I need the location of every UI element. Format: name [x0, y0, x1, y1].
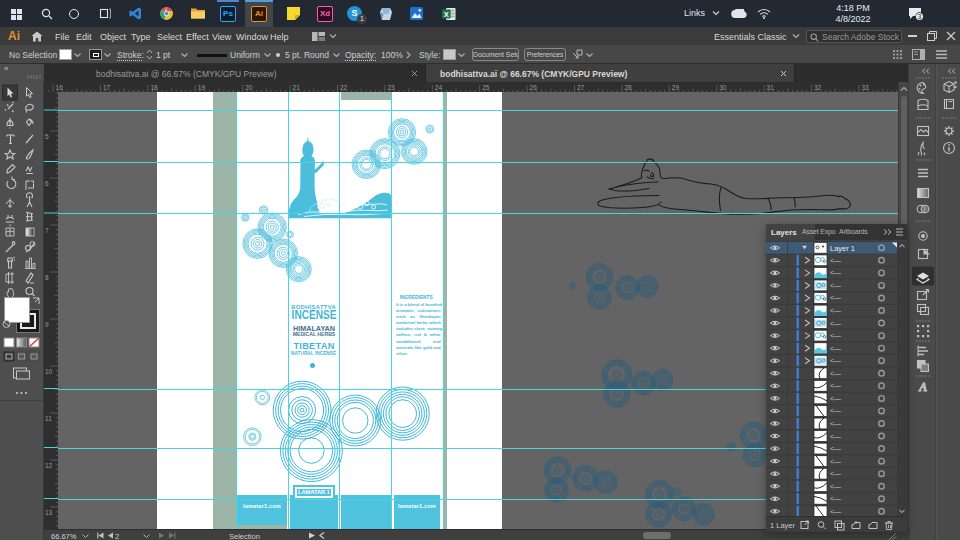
svg-text:<—: <— — [830, 257, 841, 264]
svg-text:<—: <— — [830, 307, 841, 314]
svg-text:3: 3 — [918, 13, 922, 20]
svg-text:13: 13 — [45, 509, 53, 516]
svg-text:30: 30 — [719, 84, 727, 91]
svg-text:<—: <— — [830, 282, 841, 289]
svg-text:<—: <— — [830, 433, 841, 440]
svg-text:19: 19 — [198, 84, 206, 91]
svg-text:25: 25 — [482, 84, 490, 91]
svg-text:9: 9 — [45, 321, 49, 328]
svg-text:<—: <— — [830, 483, 841, 490]
svg-text:8: 8 — [45, 274, 49, 281]
svg-text:<—: <— — [830, 395, 841, 402]
svg-text:20: 20 — [245, 84, 253, 91]
svg-text:<—: <— — [830, 320, 841, 327]
svg-text:16: 16 — [56, 84, 64, 91]
svg-text:<—: <— — [830, 357, 841, 364]
svg-text:<—: <— — [830, 269, 841, 276]
svg-text:10: 10 — [45, 368, 53, 375]
svg-text:<—: <— — [830, 382, 841, 389]
svg-text:<—: <— — [830, 508, 841, 515]
svg-text:12: 12 — [45, 462, 53, 469]
svg-text:<—: <— — [830, 458, 841, 465]
svg-text:27: 27 — [577, 84, 585, 91]
svg-text:<—: <— — [830, 445, 841, 452]
svg-text:24: 24 — [435, 84, 443, 91]
svg-text:11: 11 — [45, 415, 52, 422]
svg-text:Layer 1: Layer 1 — [830, 244, 855, 253]
svg-text:7: 7 — [45, 227, 49, 234]
svg-text:X: X — [444, 9, 449, 18]
svg-text:<—: <— — [830, 370, 841, 377]
svg-text:<—: <— — [830, 470, 841, 477]
svg-text:<—: <— — [830, 294, 841, 301]
svg-text:22: 22 — [340, 84, 348, 91]
svg-text:6: 6 — [45, 180, 49, 187]
svg-text:31: 31 — [767, 84, 775, 91]
svg-text:<—: <— — [830, 420, 841, 427]
svg-text:5: 5 — [45, 133, 49, 140]
svg-text:32: 32 — [814, 84, 822, 91]
svg-text:23: 23 — [387, 84, 395, 91]
svg-text:29: 29 — [672, 84, 680, 91]
svg-text:<—: <— — [830, 332, 841, 339]
svg-text:17: 17 — [103, 84, 111, 91]
svg-text:33: 33 — [861, 84, 869, 91]
svg-text:18: 18 — [150, 84, 158, 91]
svg-text:<—: <— — [830, 407, 841, 414]
svg-text:21: 21 — [293, 84, 301, 91]
svg-text:A: A — [918, 380, 927, 394]
svg-text:<—: <— — [830, 345, 841, 352]
svg-text:<—: <— — [830, 495, 841, 502]
svg-text:26: 26 — [530, 84, 538, 91]
svg-text:28: 28 — [624, 84, 632, 91]
